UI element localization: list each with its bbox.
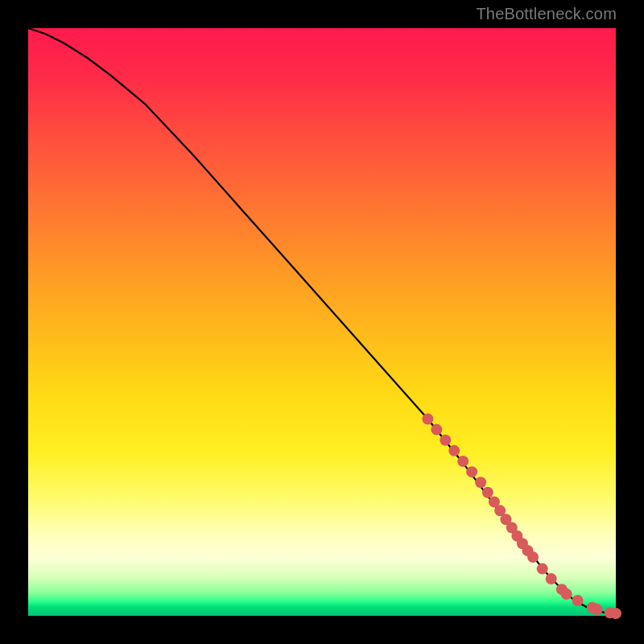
highlight-points xyxy=(422,413,621,619)
highlight-point xyxy=(440,435,451,446)
highlight-point xyxy=(592,604,603,615)
highlight-point xyxy=(482,487,493,498)
highlight-point xyxy=(561,588,572,600)
watermark-text: TheBottleneck.com xyxy=(476,5,617,23)
highlight-point xyxy=(422,413,433,424)
highlight-point xyxy=(431,424,442,436)
highlight-point xyxy=(457,456,469,467)
highlight-point xyxy=(527,551,539,563)
highlight-point xyxy=(448,445,460,456)
highlight-point xyxy=(475,477,486,488)
chart-overlay xyxy=(28,28,616,616)
highlight-point xyxy=(610,608,621,619)
chart-frame: TheBottleneck.com xyxy=(0,0,644,644)
highlight-point xyxy=(466,466,477,477)
highlight-point xyxy=(546,573,557,584)
curve-line xyxy=(28,28,616,614)
highlight-point xyxy=(572,595,584,606)
highlight-point xyxy=(537,564,548,575)
